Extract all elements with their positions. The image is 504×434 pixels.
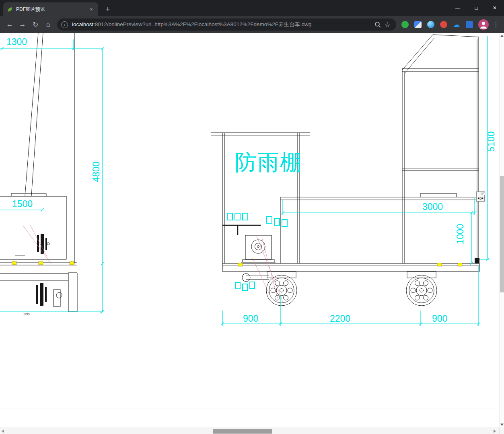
page-divider xyxy=(0,409,499,409)
scroll-left-icon[interactable] xyxy=(2,430,4,433)
pad-mark xyxy=(238,263,243,266)
dim-900-left-label: 900 xyxy=(243,313,258,324)
window-maximize-button[interactable]: □ xyxy=(467,0,485,16)
scroll-right-icon[interactable] xyxy=(494,430,496,433)
reload-icon[interactable]: ↻ xyxy=(29,18,42,31)
window-controls: — □ × xyxy=(448,0,504,16)
new-tab-button[interactable]: + xyxy=(102,4,113,15)
back-icon[interactable]: ← xyxy=(3,18,16,31)
pad-mark xyxy=(39,261,43,265)
browser-titlebar: PDF图片预览 × + — □ × xyxy=(0,0,504,16)
pad-mark xyxy=(437,263,442,266)
blue-square-extension-icon xyxy=(466,21,473,28)
page-info-icon[interactable]: i xyxy=(61,21,68,28)
extension-icon-2[interactable] xyxy=(413,19,423,30)
dim-1500-label: 1500 xyxy=(12,199,33,209)
dim-2200-label: 2200 xyxy=(330,313,350,324)
tab-title: PDF图片预览 xyxy=(16,6,88,13)
extension-icon-4[interactable] xyxy=(438,19,449,30)
red-extension-icon xyxy=(440,21,447,28)
dim-1300-label: 1300 xyxy=(6,37,27,47)
cloud-extension-icon: ☁ xyxy=(453,21,460,29)
dim-1785-label: 1785 xyxy=(23,313,30,316)
cad-drawing: 1300 4800 1500 1785 xyxy=(0,33,499,409)
spring-leaf-favicon xyxy=(6,6,13,12)
dim-5100-label: 5100 xyxy=(486,131,496,152)
browser-menu-icon[interactable]: ⋮ xyxy=(491,19,501,31)
pad-mark xyxy=(12,261,16,265)
scroll-down-icon[interactable] xyxy=(500,424,504,426)
scroll-up-icon[interactable] xyxy=(500,35,504,37)
zoom-icon[interactable] xyxy=(373,20,383,29)
url-host: localhost xyxy=(72,21,93,27)
extension-icon-5[interactable]: ☁ xyxy=(451,19,462,30)
rain-shelter-label: 防雨棚 xyxy=(235,150,302,174)
dim-900-right-label: 900 xyxy=(432,313,447,324)
dim-1000-label: 1000 xyxy=(455,224,465,244)
bookmark-star-icon[interactable]: ☆ xyxy=(383,20,392,29)
horizontal-scrollbar-thumb[interactable] xyxy=(213,429,272,434)
wheel-right xyxy=(406,275,437,306)
extension-icon-3[interactable] xyxy=(426,19,436,30)
pad-mark xyxy=(458,263,462,266)
vertical-scrollbar[interactable] xyxy=(499,33,504,428)
wheel-left xyxy=(266,275,297,306)
green-extension-icon xyxy=(401,21,409,28)
forward-icon[interactable]: → xyxy=(16,18,29,31)
pdf-badge-label: PDF xyxy=(478,197,483,201)
address-bar[interactable]: i localhost:8012/onlinePreview?url=http%… xyxy=(57,19,396,31)
left-view: 1300 4800 1500 1785 xyxy=(0,33,104,316)
blue-circle-extension-icon xyxy=(427,21,434,28)
extension-icon-1[interactable] xyxy=(400,19,410,30)
page-content: 1300 4800 1500 1785 xyxy=(0,33,499,428)
url-path: :8012/onlinePreview?url=http%3A%2F%2Floc… xyxy=(93,21,311,27)
dim-3000-label: 3000 xyxy=(422,202,443,212)
translate-extension-icon xyxy=(414,21,422,28)
scrollbar-corner xyxy=(499,428,504,434)
horizontal-scrollbar[interactable] xyxy=(0,428,504,434)
vertical-scrollbar-thumb[interactable] xyxy=(500,176,504,292)
pdf-download-badge[interactable]: PDF xyxy=(476,191,485,202)
browser-toolbar: ← → ↻ ⌂ i localhost:8012/onlinePreview?u… xyxy=(0,16,504,33)
pad-mark xyxy=(70,261,74,265)
side-view: 防雨棚 3000 1000 5100 900 2200 900 xyxy=(211,35,496,326)
url-text[interactable]: localhost:8012/onlinePreview?url=http%3A… xyxy=(72,21,373,28)
home-icon[interactable]: ⌂ xyxy=(42,18,55,31)
page-fold-icon xyxy=(481,193,485,195)
window-minimize-button[interactable]: — xyxy=(448,0,467,16)
extension-icon-6[interactable] xyxy=(464,19,475,30)
tab-close-button[interactable]: × xyxy=(88,6,95,13)
browser-tab[interactable]: PDF图片预览 × xyxy=(3,2,98,16)
profile-avatar[interactable] xyxy=(478,19,489,30)
window-close-button[interactable]: × xyxy=(485,0,504,16)
dim-4800-label: 4800 xyxy=(91,161,101,182)
